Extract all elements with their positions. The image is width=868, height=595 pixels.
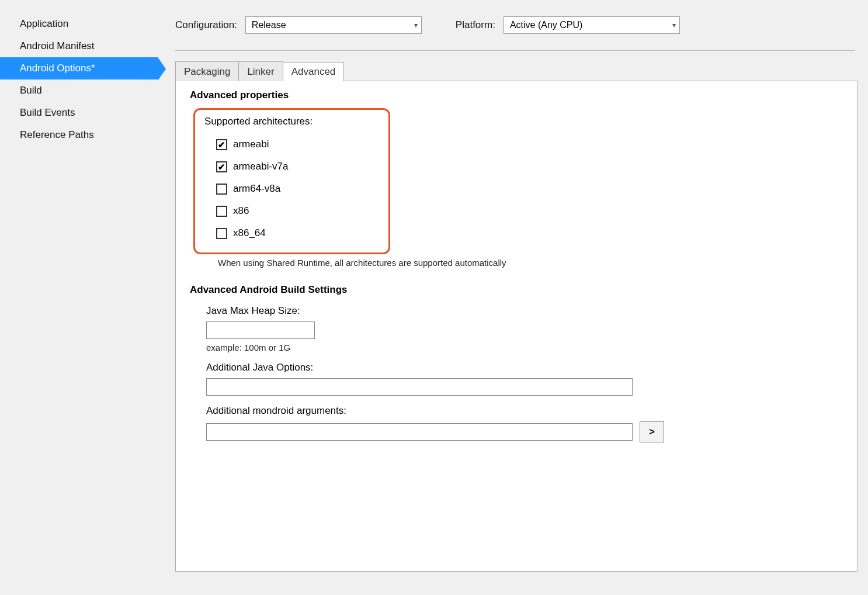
java-options-label: Additional Java Options: [206, 362, 843, 373]
checkbox-x86-64[interactable] [216, 228, 227, 239]
sidebar-item-build-events[interactable]: Build Events [0, 102, 158, 124]
arch-label: x86 [233, 205, 249, 217]
sidebar-item-android-manifest[interactable]: Android Manifest [0, 35, 158, 57]
chevron-down-icon: ▾ [414, 21, 418, 29]
configuration-select[interactable]: Release ▾ [245, 16, 422, 34]
mondroid-input[interactable] [206, 423, 633, 441]
arch-hint: When using Shared Runtime, all architect… [218, 258, 843, 268]
mondroid-row: > [206, 421, 843, 442]
tab-advanced[interactable]: Advanced [283, 62, 345, 82]
main-panel: Configuration: Release ▾ Platform: Activ… [158, 11, 857, 572]
sidebar-item-application[interactable]: Application [0, 13, 158, 35]
arch-label: x86_64 [233, 227, 266, 239]
checkbox-armeabi-v7a[interactable] [216, 161, 227, 172]
platform-select[interactable]: Active (Any CPU) ▾ [504, 16, 680, 34]
configuration-label: Configuration: [175, 19, 237, 31]
arch-label: arm64-v8a [233, 183, 280, 195]
sidebar-item-build[interactable]: Build [0, 79, 158, 102]
advanced-properties-title: Advanced properties [190, 89, 843, 101]
arch-label: armeabi-v7a [233, 161, 289, 172]
mondroid-block: Additional mondroid arguments: > [206, 405, 843, 442]
arch-item-armeabi-v7a: armeabi-v7a [216, 155, 313, 178]
architecture-list: armeabi armeabi-v7a arm64-v8a x86 [204, 133, 313, 244]
sidebar-item-reference-paths[interactable]: Reference Paths [0, 124, 158, 146]
supported-architectures-highlight: Supported architectures: armeabi armeabi… [193, 108, 390, 254]
java-options-input[interactable] [206, 378, 633, 396]
java-heap-label: Java Max Heap Size: [206, 305, 843, 317]
tabs-wrap: Packaging Linker Advanced Advanced prope… [175, 61, 857, 572]
java-heap-input[interactable] [206, 321, 315, 339]
configuration-value: Release [252, 20, 286, 30]
advanced-build-settings-title: Advanced Android Build Settings [190, 284, 843, 296]
sidebar: Application Android Manifest Android Opt… [0, 11, 158, 572]
arch-item-x86-64: x86_64 [216, 222, 313, 244]
platform-label: Platform: [456, 19, 495, 31]
mondroid-go-button[interactable]: > [640, 421, 664, 442]
checkbox-x86[interactable] [216, 206, 227, 217]
java-heap-example: example: 100m or 1G [206, 343, 843, 352]
mondroid-label: Additional mondroid arguments: [206, 405, 843, 417]
arch-item-armeabi: armeabi [216, 133, 313, 155]
tab-linker[interactable]: Linker [238, 61, 283, 81]
platform-value: Active (Any CPU) [510, 20, 582, 30]
supported-architectures-label: Supported architectures: [204, 116, 313, 127]
chevron-down-icon: ▾ [672, 21, 676, 29]
java-options-block: Additional Java Options: [206, 362, 843, 396]
checkbox-armeabi[interactable] [216, 139, 227, 150]
tabs: Packaging Linker Advanced [175, 61, 857, 81]
tab-packaging[interactable]: Packaging [175, 61, 239, 81]
topbar: Configuration: Release ▾ Platform: Activ… [175, 16, 855, 51]
checkbox-arm64-v8a[interactable] [216, 184, 227, 195]
advanced-build-settings: Advanced Android Build Settings Java Max… [190, 284, 843, 442]
java-heap-block: Java Max Heap Size: example: 100m or 1G [206, 305, 843, 352]
sidebar-item-android-options[interactable]: Android Options* [0, 57, 158, 79]
tab-panel-advanced: Advanced properties Supported architectu… [175, 81, 857, 572]
arch-label: armeabi [233, 139, 269, 150]
arch-item-x86: x86 [216, 200, 313, 222]
arch-item-arm64-v8a: arm64-v8a [216, 178, 313, 200]
